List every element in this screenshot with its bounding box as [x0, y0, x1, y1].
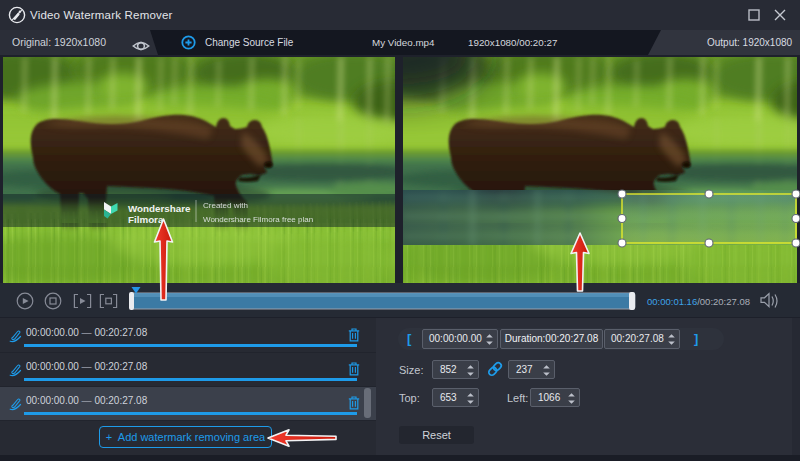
svg-text:Created with: Created with [203, 201, 248, 210]
svg-text:Wondershare Filmora free plan: Wondershare Filmora free plan [203, 215, 313, 224]
svg-text:Wondershare: Wondershare [128, 203, 191, 214]
svg-text:Filmora: Filmora [128, 214, 164, 225]
